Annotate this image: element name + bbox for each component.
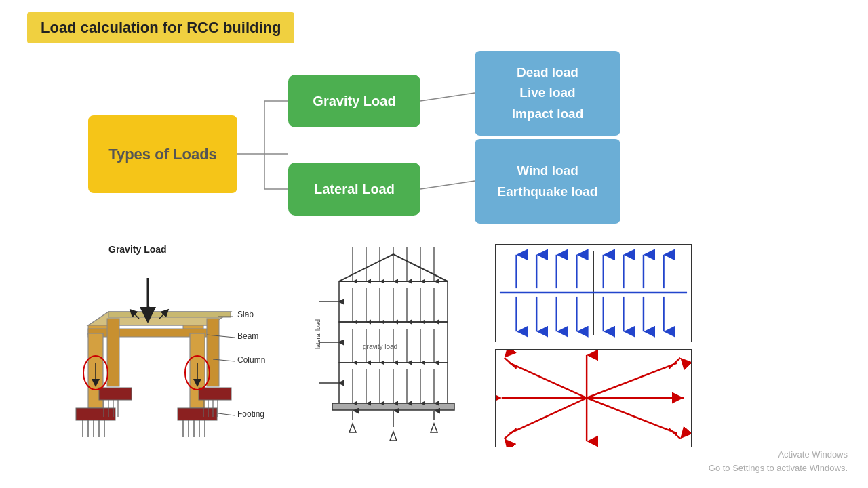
- svg-line-5: [420, 93, 475, 101]
- svg-text:Column: Column: [237, 355, 265, 365]
- svg-line-127: [669, 428, 680, 439]
- svg-line-119: [587, 398, 677, 433]
- structural-diagram: Gravity Load: [27, 244, 292, 461]
- svg-rect-11: [88, 329, 207, 337]
- vertical-force-svg: [495, 244, 692, 342]
- svg-line-116: [510, 363, 587, 398]
- gravity-load-box: Gravity Load: [288, 75, 420, 127]
- load-svg: lateral load gravity load: [312, 244, 475, 474]
- svg-text:gravity load: gravity load: [363, 343, 397, 350]
- load-diagram: lateral load gravity load: [312, 244, 475, 474]
- svg-marker-8: [108, 312, 231, 317]
- right-force-diagrams: [495, 244, 692, 461]
- lateral-force-svg: [495, 349, 692, 447]
- watermark: Activate Windows Go to Settings to activ…: [709, 448, 848, 474]
- wind-earthquake-box: Wind load Earthquake load: [475, 139, 620, 224]
- building-svg: Slab Beam Column Footing: [34, 258, 285, 461]
- svg-line-120: [505, 358, 517, 369]
- svg-line-6: [420, 181, 475, 189]
- svg-line-126: [505, 428, 517, 439]
- svg-text:Footing: Footing: [237, 409, 264, 419]
- svg-rect-19: [199, 388, 231, 400]
- dead-live-impact-box: Dead load Live load Impact load: [475, 51, 620, 136]
- svg-marker-93: [349, 424, 356, 432]
- svg-marker-95: [431, 424, 437, 432]
- svg-rect-14: [107, 319, 119, 386]
- svg-marker-94: [390, 432, 397, 441]
- svg-rect-18: [99, 388, 132, 400]
- svg-rect-16: [76, 408, 115, 420]
- svg-line-121: [669, 358, 680, 369]
- svg-rect-17: [178, 408, 217, 420]
- svg-line-53: [218, 413, 235, 415]
- svg-line-117: [587, 363, 677, 398]
- svg-text:Beam: Beam: [237, 331, 258, 341]
- svg-line-118: [510, 398, 587, 433]
- diagram-area: Types of Loads Gravity Load Lateral Load…: [88, 37, 766, 234]
- svg-rect-58: [332, 403, 454, 410]
- types-of-loads-box: Types of Loads: [88, 115, 237, 193]
- bottom-diagrams: Gravity Load: [27, 244, 841, 474]
- svg-text:Slab: Slab: [237, 310, 254, 319]
- lateral-load-box: Lateral Load: [288, 163, 420, 216]
- svg-text:lateral load: lateral load: [315, 319, 321, 349]
- gravity-load-label: Gravity Load: [108, 244, 167, 255]
